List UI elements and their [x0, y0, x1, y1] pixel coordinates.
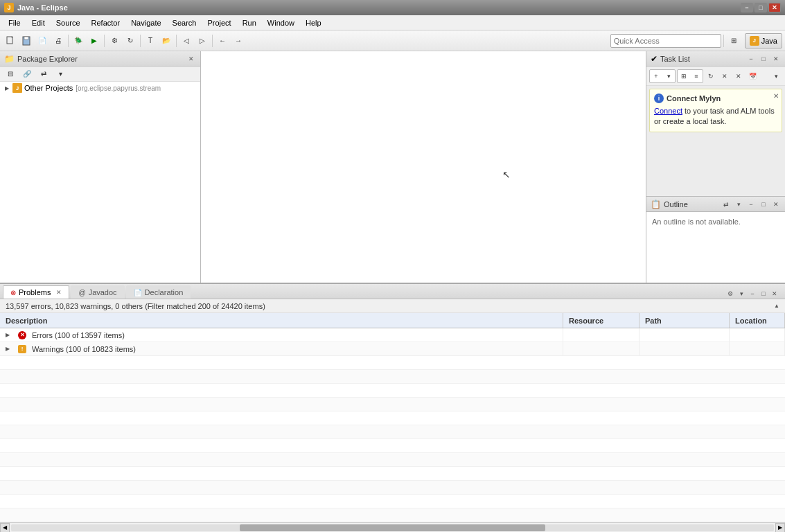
menu-help[interactable]: Help [300, 17, 327, 28]
task-list-close[interactable]: ✕ [771, 54, 781, 64]
menu-search[interactable]: Search [167, 17, 202, 28]
problems-view-close[interactable]: ✕ [770, 289, 779, 299]
problems-tab-icon: ⊗ [10, 289, 16, 296]
perspectives-button[interactable]: ⊞ [726, 33, 741, 48]
outline-maximize[interactable]: □ [759, 200, 768, 209]
editor-content[interactable]: ↖ [201, 51, 646, 283]
menu-window[interactable]: Window [262, 17, 300, 28]
cursor-indicator: ↖ [502, 169, 511, 180]
menu-project[interactable]: Project [202, 17, 236, 28]
task-menu-button[interactable]: ✕ [732, 70, 745, 82]
menu-navigate[interactable]: Navigate [125, 17, 166, 28]
forward-button[interactable]: → [231, 33, 246, 48]
back-button[interactable]: ← [215, 33, 230, 48]
declaration-tab-label: Declaration [145, 288, 184, 296]
problems-view-dropdown[interactable]: ▾ [737, 289, 746, 299]
view-menu-button[interactable]: ▾ [53, 66, 68, 82]
problems-view-minimize[interactable]: − [748, 289, 757, 299]
task-list-icon: ✔ [651, 54, 658, 64]
task-dropdown-btn[interactable]: ▾ [770, 70, 782, 82]
mylyn-close-button[interactable]: ✕ [773, 92, 779, 100]
th-location: Location [730, 313, 785, 328]
outline-dropdown[interactable]: ▾ [734, 200, 743, 209]
editor-area: ↖ [201, 51, 646, 283]
empty-row-12 [0, 508, 785, 522]
errors-row[interactable]: ▶ ✕ Errors (100 of 13597 items) [0, 328, 785, 342]
scroll-track[interactable] [11, 524, 774, 531]
errors-desc-cell: ▶ ✕ Errors (100 of 13597 items) [0, 328, 563, 342]
task-list-minimize[interactable]: − [746, 54, 756, 64]
mylyn-header: i Connect Mylyn [654, 94, 777, 103]
problems-view-maximize[interactable]: □ [759, 289, 768, 299]
close-button[interactable]: ✕ [768, 3, 781, 12]
tab-problems[interactable]: ⊗ Problems ✕ [3, 285, 69, 299]
build-button[interactable]: ⚙ [107, 33, 122, 48]
refresh-button[interactable]: ↻ [123, 33, 138, 48]
print-button[interactable]: 🖨 [51, 33, 66, 48]
new-task-button[interactable]: + [650, 70, 662, 82]
next-edit-button[interactable]: ▷ [195, 33, 210, 48]
sync-tasks-button[interactable]: ↻ [705, 70, 717, 82]
prev-edit-button[interactable]: ◁ [179, 33, 194, 48]
empty-row-10 [0, 481, 785, 495]
warnings-row[interactable]: ▶ ! Warnings (100 of 10823 items) [0, 342, 785, 356]
outline-content: An outline is not available. [646, 212, 785, 283]
scroll-thumb[interactable] [240, 524, 545, 531]
tab-javadoc[interactable]: @ Javadoc [71, 285, 124, 299]
open-resource-button[interactable]: 📂 [159, 33, 174, 48]
error-icon: ✕ [18, 331, 26, 339]
warnings-expand-arrow[interactable]: ▶ [6, 346, 12, 352]
menu-source[interactable]: Source [51, 17, 86, 28]
scroll-left-button[interactable]: ◀ [0, 523, 10, 533]
outline-header: 📋 Outline ⇄ ▾ − □ ✕ [646, 197, 785, 212]
task-list-header: ✔ Task List − □ ✕ [646, 51, 785, 66]
outline-minimize[interactable]: − [746, 200, 756, 209]
java-perspective-button[interactable]: J Java [745, 33, 782, 48]
filter-tasks-button[interactable]: ⊞ [678, 70, 690, 82]
open-type-button[interactable]: T [143, 33, 158, 48]
task-settings-button[interactable]: ✕ [718, 70, 731, 82]
scroll-right-button[interactable]: ▶ [775, 523, 785, 533]
maximize-button[interactable]: □ [755, 3, 767, 12]
menu-refactor[interactable]: Refactor [86, 17, 126, 28]
problems-view-settings[interactable]: ⚙ [725, 289, 735, 299]
outline-empty-text: An outline is not available. [652, 218, 741, 226]
mylyn-connect-link[interactable]: Connect [654, 107, 682, 115]
task-list-title: Task List [660, 55, 743, 63]
project-tree-item[interactable]: ▶ J Other Projects [org.eclipse.papyrus.… [0, 82, 200, 94]
main-layout: 📁 Package Explorer ✕ ⊟ 🔗 ⇄ ▾ ▶ J Other P… [0, 51, 785, 532]
problems-tab-close[interactable]: ✕ [56, 289, 62, 296]
link-with-editor-button[interactable]: 🔗 [19, 66, 35, 82]
sort-tasks-button[interactable]: ≡ [690, 70, 703, 82]
sync-button[interactable]: ⇄ [36, 66, 51, 82]
minimize-button[interactable]: − [741, 3, 753, 12]
package-explorer-close[interactable]: ✕ [186, 54, 196, 64]
new-button[interactable] [3, 33, 18, 48]
menu-file[interactable]: File [3, 17, 26, 28]
run-button[interactable]: ▶ [87, 33, 102, 48]
warning-icon: ! [18, 345, 26, 353]
menu-run[interactable]: Run [237, 17, 262, 28]
tab-declaration[interactable]: 📄 Declaration [126, 285, 191, 299]
focus-on-workweek-button[interactable]: 📅 [746, 70, 759, 82]
outline-panel: 📋 Outline ⇄ ▾ − □ ✕ An outline is not av… [646, 197, 785, 283]
collapse-all-button[interactable]: ⊟ [3, 66, 18, 82]
errors-expand-arrow[interactable]: ▶ [6, 332, 12, 338]
save-all-button[interactable]: 📄 [35, 33, 50, 48]
debug-button[interactable]: 🪲 [71, 33, 86, 48]
new-task-dropdown[interactable]: ▾ [662, 70, 675, 82]
mylyn-info-icon: i [654, 94, 664, 103]
quick-access-input[interactable] [610, 34, 721, 48]
errors-label: Errors (100 of 13597 items) [32, 331, 125, 339]
outline-close[interactable]: ✕ [771, 200, 781, 209]
task-list-maximize[interactable]: □ [759, 54, 768, 64]
horizontal-scrollbar[interactable]: ◀ ▶ [0, 522, 785, 532]
menu-edit[interactable]: Edit [26, 17, 51, 28]
toolbar-sep-5 [212, 35, 213, 47]
javadoc-tab-icon: @ [78, 289, 85, 296]
package-explorer-content: ▶ J Other Projects [org.eclipse.papyrus.… [0, 82, 200, 283]
save-button[interactable] [19, 33, 34, 48]
task-filter-group: ⊞ ≡ [677, 69, 703, 83]
outline-sync-button[interactable]: ⇄ [721, 200, 731, 209]
package-explorer-header: 📁 Package Explorer ✕ [0, 51, 200, 66]
